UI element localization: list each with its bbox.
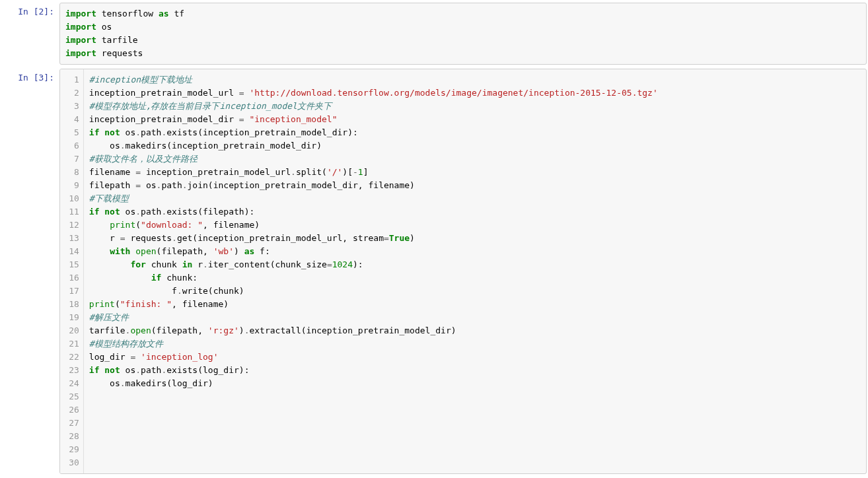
token: r [89,233,120,243]
token: , filename) [172,299,229,309]
code-line: #模型存放地址,存放在当前目录下inception_model文件夹下 [89,100,861,113]
token: . [135,127,141,137]
token: os [89,141,120,151]
token: print [89,299,115,309]
token: path [141,207,161,217]
code-line: inception_pretrain_model_dir = "inceptio… [89,113,861,126]
token [89,273,151,283]
token [96,48,102,58]
token: #模型结构存放文件 [89,339,163,349]
token: f: [254,246,270,256]
code-cell: In [3]:1 2 3 4 5 6 7 8 9 10 11 12 13 14 … [1,69,867,474]
token: os [120,207,135,217]
token: inception_pretrain_model_url [89,88,239,98]
token: #模型存放地址,存放在当前目录下inception_model文件夹下 [89,101,332,111]
token: 'r:gz' [208,325,239,335]
token: . [135,365,141,375]
token: chunk: [161,273,198,283]
token: import [65,48,96,58]
token [89,220,110,230]
code-line: f.write(chunk) [89,285,861,298]
token: write(chunk) [182,286,244,296]
code-line: with open(filepath, 'wb') as f: [89,245,861,258]
token: , filename) [203,220,260,230]
token: r [192,259,203,269]
token: chunk [146,259,182,269]
token: - [353,167,358,177]
token: "inception_model" [249,114,337,124]
code-line: log_dir = 'inception_log' [89,351,861,364]
token: ) [410,233,415,243]
token: if [151,273,162,283]
token: os [89,378,120,388]
code-line: print("download: ", filename) [89,219,861,232]
token: )[ [342,167,353,177]
token: . [135,207,141,217]
token [96,9,102,18]
token: for [130,259,145,269]
code-line: #inception模型下载地址 [89,73,861,86]
code-line: #下载模型 [89,192,861,205]
token: os [141,180,156,190]
token: import [65,35,96,45]
token: requests [102,48,143,58]
token: import [65,22,96,32]
token: exists(filepath): [166,207,254,217]
line-number-gutter: 1 2 3 4 5 6 7 8 9 10 11 12 13 14 15 16 1… [60,69,83,473]
token: ( [135,220,141,230]
token: '/' [327,167,342,177]
code-line: if chunk: [89,271,861,285]
token: inception_pretrain_model_dir [89,114,239,124]
code-line: #获取文件名，以及文件路径 [89,153,861,166]
code-line: import requests [65,47,861,60]
token: (filepath, [151,325,208,335]
token: (filepath, [157,246,213,256]
code-line: filepath = os.path.join(inception_pretra… [89,179,861,192]
token: not [104,207,120,217]
token: 'wb' [213,246,234,256]
token: split( [296,167,327,177]
token: open [135,246,156,256]
code-input-area[interactable]: 1 2 3 4 5 6 7 8 9 10 11 12 13 14 15 16 1… [59,69,867,474]
token: . [172,233,177,243]
code-line: filename = inception_pretrain_model_url.… [89,166,861,179]
code-line: for chunk in r.iter_content(chunk_size=1… [89,258,861,271]
cell-prompt: In [3]: [1,69,59,83]
token: . [203,259,208,269]
token: inception_pretrain_model_url [141,167,291,177]
token: . [291,167,296,177]
code-line: print("finish: ", filename) [89,298,861,311]
code-line: #模型结构存放文件 [89,337,861,351]
code-line: import tensorflow as tf [65,7,861,20]
code-line: if not os.path.exists(inception_pretrain… [89,126,861,139]
token: os [120,365,135,375]
token: extractall(inception_pretrain_model_dir) [249,325,456,335]
token: True [389,233,410,243]
token: = [327,259,332,269]
token [96,22,102,32]
token: tarfile [89,325,126,335]
token: os [120,127,135,137]
token: if [89,127,100,137]
token [153,9,159,18]
token: import [65,9,96,18]
code-input-area[interactable]: import tensorflow as tfimport osimport t… [59,3,867,65]
token: join(inception_pretrain_model_dir, filen… [188,180,415,190]
token: makedirs(log_dir) [126,378,213,388]
token: = [239,88,244,98]
code-column[interactable]: #inception模型下载地址inception_pretrain_model… [83,69,866,473]
code-line: if not os.path.exists(log_dir): [89,364,861,377]
token: #获取文件名，以及文件路径 [89,154,198,164]
code-line: tarfile.open(filepath, 'r:gz').extractal… [89,324,861,337]
token: iter_content(chunk_size [208,259,327,269]
token: open [130,325,151,335]
token: 1 [358,167,363,177]
token: ) [234,246,244,256]
token [135,352,141,362]
token [96,35,102,45]
token: f [89,286,177,296]
token: not [104,365,120,375]
token: tf [174,9,184,18]
code-cell: In [2]:import tensorflow as tfimport osi… [1,3,867,65]
code-line: r = requests.get(inception_pretrain_mode… [89,232,861,245]
